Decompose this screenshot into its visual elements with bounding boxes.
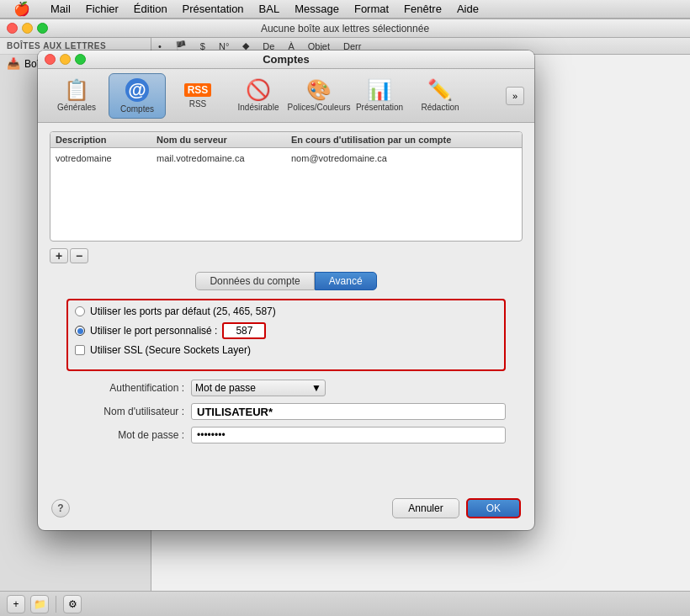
username-input[interactable] — [191, 403, 506, 420]
redaction-icon: ✏️ — [427, 80, 453, 100]
form-section: Utiliser les ports par défaut (25, 465, … — [50, 299, 523, 443]
accounts-minimize-button[interactable] — [60, 54, 71, 65]
auth-row: Authentification : Mot de passe ▼ — [66, 380, 506, 396]
accounts-window: Comptes 📋 Générales @ Comptes RSS RSS 🚫 … — [38, 50, 534, 530]
port-options-group: Utiliser les ports par défaut (25, 465, … — [66, 299, 506, 371]
radio-custom-indicator — [75, 326, 85, 336]
accounts-window-title: Comptes — [263, 53, 310, 66]
ssl-checkbox[interactable] — [75, 345, 85, 355]
tab-bar: Données du compte Avancé — [50, 272, 523, 290]
menu-fichier[interactable]: Fichier — [79, 1, 125, 17]
tab-redaction-label: Rédaction — [421, 103, 459, 112]
menu-bal[interactable]: BAL — [252, 1, 287, 17]
tab-redaction[interactable]: ✏️ Rédaction — [411, 73, 469, 119]
accounts-titlebar: Comptes — [38, 50, 534, 69]
toolbar-more-button[interactable]: » — [506, 87, 524, 105]
table-row[interactable]: votredomaine mail.votredomaine.ca nom@vo… — [50, 150, 522, 167]
tab-donnees-compte[interactable]: Données du compte — [195, 272, 314, 290]
server-table-header: Description Nom du serveur En cours d'ut… — [50, 132, 522, 148]
ssl-checkbox-option[interactable]: Utiliser SSL (Secure Sockets Layer) — [75, 344, 497, 356]
menu-fenetre[interactable]: Fenêtre — [397, 1, 448, 17]
ssl-label: Utiliser SSL (Secure Sockets Layer) — [90, 344, 251, 356]
tab-comptes[interactable]: @ Comptes — [109, 73, 166, 119]
presentation-icon: 📊 — [367, 80, 392, 100]
server-table: Description Nom du serveur En cours d'ut… — [50, 131, 523, 242]
username-label: Nom d'utilisateur : — [66, 406, 184, 417]
tab-indesirable-label: Indésirable — [238, 103, 279, 112]
rss-icon: RSS — [184, 83, 212, 97]
dialog-footer: ? Annuler OK — [38, 498, 534, 518]
server-table-body: votredomaine mail.votredomaine.ca nom@vo… — [50, 148, 522, 241]
radio-custom-label: Utiliser le port personnalisé : — [90, 325, 217, 337]
accounts-content: Description Nom du serveur En cours d'ut… — [38, 123, 534, 459]
accounts-maximize-button[interactable] — [75, 54, 86, 65]
header-utilisation: En cours d'utilisation par un compte — [286, 132, 522, 147]
tab-rss[interactable]: RSS RSS — [169, 73, 226, 119]
accounts-window-controls — [45, 54, 86, 65]
tab-generales-label: Générales — [57, 103, 96, 112]
ok-button[interactable]: OK — [466, 498, 521, 518]
password-row: Mot de passe : — [66, 427, 506, 443]
footer-buttons: Annuler OK — [392, 498, 521, 518]
password-label: Mot de passe : — [66, 429, 184, 441]
radio-default-ports[interactable]: Utiliser les ports par défaut (25, 465, … — [75, 305, 497, 317]
auth-select[interactable]: Mot de passe ▼ — [191, 380, 326, 396]
tab-indesirable[interactable]: 🚫 Indésirable — [230, 73, 287, 119]
tab-polices-label: Polices/Couleurs — [287, 103, 350, 112]
tab-comptes-label: Comptes — [120, 104, 154, 114]
dialog-overlay: Comptes 📋 Générales @ Comptes RSS RSS 🚫 … — [0, 0, 690, 616]
menu-presentation[interactable]: Présentation — [176, 1, 251, 17]
tab-rss-label: RSS — [189, 99, 207, 109]
remove-server-button[interactable]: − — [70, 248, 88, 263]
generales-icon: 📋 — [64, 80, 89, 100]
polices-icon: 🎨 — [306, 80, 332, 100]
auth-value: Mot de passe — [195, 382, 256, 394]
row-description: votredomaine — [50, 151, 151, 165]
menubar: 🍎 Mail Fichier Édition Présentation BAL … — [0, 0, 690, 19]
tab-polices-couleurs[interactable]: 🎨 Polices/Couleurs — [290, 73, 348, 119]
radio-default-label: Utiliser les ports par défaut (25, 465, … — [90, 305, 276, 317]
apple-menu-icon[interactable]: 🍎 — [7, 0, 37, 19]
username-row: Nom d'utilisateur : — [66, 403, 506, 420]
radio-default-indicator — [75, 306, 85, 316]
tab-generales[interactable]: 📋 Générales — [48, 73, 105, 119]
tab-presentation[interactable]: 📊 Présentation — [351, 73, 408, 119]
menu-message[interactable]: Message — [288, 1, 346, 17]
tab-avance[interactable]: Avancé — [315, 272, 377, 290]
custom-port-input[interactable] — [222, 322, 266, 339]
menu-aide[interactable]: Aide — [450, 1, 486, 17]
indesirable-icon: 🚫 — [246, 80, 271, 100]
radio-custom-dot — [77, 328, 83, 334]
row-server: mail.votredomaine.ca — [151, 151, 286, 165]
header-description: Description — [50, 132, 151, 147]
accounts-close-button[interactable] — [45, 54, 56, 65]
cancel-button[interactable]: Annuler — [392, 498, 459, 518]
password-input[interactable] — [191, 427, 506, 443]
menu-edition[interactable]: Édition — [127, 1, 174, 17]
header-nom-serveur: Nom du serveur — [151, 132, 286, 147]
row-account: nom@votredomaine.ca — [286, 151, 522, 165]
add-remove-row: + − — [50, 248, 523, 263]
radio-custom-port[interactable]: Utiliser le port personnalisé : — [75, 322, 497, 339]
tab-presentation-label: Présentation — [356, 103, 403, 112]
auth-dropdown-icon: ▼ — [311, 382, 321, 394]
accounts-toolbar: 📋 Générales @ Comptes RSS RSS 🚫 Indésira… — [38, 69, 534, 123]
auth-label: Authentification : — [66, 382, 184, 394]
help-button[interactable]: ? — [51, 499, 70, 518]
menu-mail[interactable]: Mail — [44, 1, 77, 17]
add-server-button[interactable]: + — [50, 248, 68, 263]
menu-format[interactable]: Format — [348, 1, 395, 17]
comptes-icon: @ — [125, 78, 149, 102]
